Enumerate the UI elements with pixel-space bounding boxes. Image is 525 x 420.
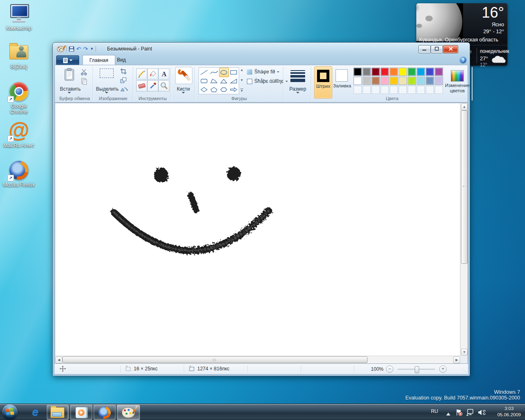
rotate-icon[interactable] (120, 86, 128, 94)
taskbar-paint[interactable] (117, 405, 140, 420)
taskbar-media-player[interactable] (70, 405, 92, 420)
palette-swatch[interactable] (372, 77, 380, 85)
taskbar-explorer[interactable] (47, 405, 68, 420)
copy-icon[interactable] (80, 78, 89, 86)
show-hidden-icons[interactable] (446, 410, 450, 418)
zoom-slider[interactable] (397, 369, 435, 370)
language-indicator[interactable]: RU (431, 409, 438, 414)
shape-rectangle-icon[interactable] (229, 68, 239, 77)
minimize-button[interactable] (418, 45, 431, 53)
taskbar-ie[interactable]: e (26, 406, 44, 419)
palette-swatch[interactable] (417, 68, 425, 76)
resize-icon[interactable] (120, 77, 128, 85)
palette-swatch[interactable] (363, 86, 371, 94)
pencil-tool[interactable] (136, 68, 147, 80)
palette-swatch[interactable] (408, 77, 416, 85)
edit-colors-button[interactable]: Изменение цветов (445, 67, 470, 97)
palette-swatch[interactable] (363, 77, 371, 85)
palette-swatch[interactable] (354, 77, 362, 85)
color-picker-tool[interactable] (147, 80, 158, 91)
crop-icon[interactable] (120, 68, 128, 76)
volume-icon[interactable] (478, 409, 486, 418)
qat-customize-icon[interactable]: ▼ (90, 47, 94, 51)
palette-swatch[interactable] (426, 77, 434, 85)
palette-swatch[interactable] (372, 68, 380, 76)
paint-app-icon[interactable] (57, 46, 64, 52)
palette-swatch[interactable] (399, 77, 407, 85)
shapes-scroll-up-icon[interactable]: ▲ (240, 68, 244, 72)
scroll-left-icon[interactable]: ◀ (55, 356, 62, 363)
magnifier-tool[interactable] (158, 80, 169, 91)
redo-icon[interactable]: ↷ (83, 46, 88, 52)
palette-swatch[interactable] (426, 86, 434, 94)
undo-icon[interactable]: ↶ (76, 46, 81, 52)
palette-swatch[interactable] (381, 77, 389, 85)
fill-tool[interactable] (147, 68, 158, 80)
color2-button[interactable]: Заливка (333, 66, 350, 98)
brushes-button[interactable]: Кисти (174, 67, 193, 97)
scroll-right-icon[interactable]: ▶ (453, 356, 460, 363)
palette-swatch[interactable] (417, 77, 425, 85)
palette-swatch[interactable] (417, 86, 425, 94)
shapes-scroll-down-icon[interactable]: ▼ (240, 78, 244, 82)
desktop-icon-user-folder[interactable]: Bi{Zick} (2, 42, 36, 70)
taskbar-clock[interactable]: 3:03 05.06.2009 (497, 406, 521, 418)
scroll-up-icon[interactable]: ▲ (461, 103, 468, 110)
palette-swatch[interactable] (381, 68, 389, 76)
vertical-scroll-thumb[interactable]: ≡ (461, 110, 468, 264)
palette-swatch[interactable] (372, 86, 380, 94)
start-button[interactable] (2, 404, 18, 420)
desktop-icon-mailru[interactable]: @↗ Mail.Ru Агент (2, 121, 36, 148)
shape-rounded-rectangle-icon[interactable] (199, 77, 209, 86)
shapes-scroll[interactable]: ▲ ▼ ▼ (239, 67, 244, 94)
zoom-slider-thumb[interactable] (415, 366, 419, 373)
zoom-in-button[interactable]: + (439, 365, 447, 373)
shape-polygon-icon[interactable] (209, 77, 219, 86)
shape-fill-dropdown[interactable]: Ŝháφe filƚ (247, 68, 279, 75)
palette-swatch[interactable] (354, 68, 362, 76)
tab-view[interactable]: Вид (110, 55, 132, 65)
text-tool[interactable]: A (158, 68, 169, 80)
palette-swatch[interactable] (426, 68, 434, 76)
palette-swatch[interactable] (435, 77, 443, 85)
shape-outline-dropdown[interactable]: Śħåþɛ óüƚlĩηɛ (247, 78, 288, 84)
palette-swatch[interactable] (363, 68, 371, 76)
horizontal-scroll-thumb[interactable]: ||| (62, 356, 368, 363)
drawing-canvas[interactable] (56, 104, 460, 356)
select-button[interactable]: Выделить (96, 67, 117, 97)
shapes-expand-icon[interactable]: ▼ (240, 89, 244, 93)
scroll-down-icon[interactable]: ▼ (461, 349, 468, 356)
palette-swatch[interactable] (408, 68, 416, 76)
eraser-tool[interactable] (136, 80, 147, 91)
palette-swatch[interactable] (390, 77, 398, 85)
palette-swatch[interactable] (381, 86, 389, 94)
action-center-icon[interactable] (455, 409, 463, 418)
palette-swatch[interactable] (390, 68, 398, 76)
close-button[interactable] (443, 45, 458, 53)
palette-swatch[interactable] (435, 68, 443, 76)
palette-swatch[interactable] (435, 86, 443, 94)
shape-arrow-icon[interactable] (229, 85, 239, 94)
network-icon[interactable] (466, 409, 474, 418)
vertical-scrollbar[interactable]: ▲ ≡ ▼ (460, 103, 468, 356)
application-menu-button[interactable] (56, 55, 79, 65)
horizontal-scrollbar[interactable]: ◀ ||| ▶ (55, 356, 461, 363)
shape-right-triangle-icon[interactable] (229, 77, 239, 86)
maximize-button[interactable] (431, 45, 443, 53)
palette-swatch[interactable] (390, 86, 398, 94)
zoom-out-button[interactable]: − (386, 365, 393, 373)
desktop-icon-firefox[interactable]: ↗ Mozilla Firefox (2, 160, 36, 188)
taskbar-firefox[interactable] (94, 405, 116, 420)
resize-grip[interactable]: ⋱ (463, 369, 466, 373)
save-icon[interactable] (69, 46, 74, 52)
shape-pentagon-icon[interactable] (209, 85, 219, 94)
cut-icon[interactable] (80, 68, 89, 76)
palette-swatch[interactable] (399, 86, 407, 94)
desktop-icon-computer[interactable]: Компьютер (2, 3, 36, 31)
size-button[interactable]: Размер (287, 67, 308, 97)
help-icon[interactable]: ? (460, 57, 466, 63)
paste-button[interactable]: Вставить (60, 67, 79, 97)
shape-diamond-icon[interactable] (199, 85, 209, 94)
shape-triangle-icon[interactable] (219, 77, 229, 86)
shape-line-icon[interactable] (199, 68, 209, 77)
